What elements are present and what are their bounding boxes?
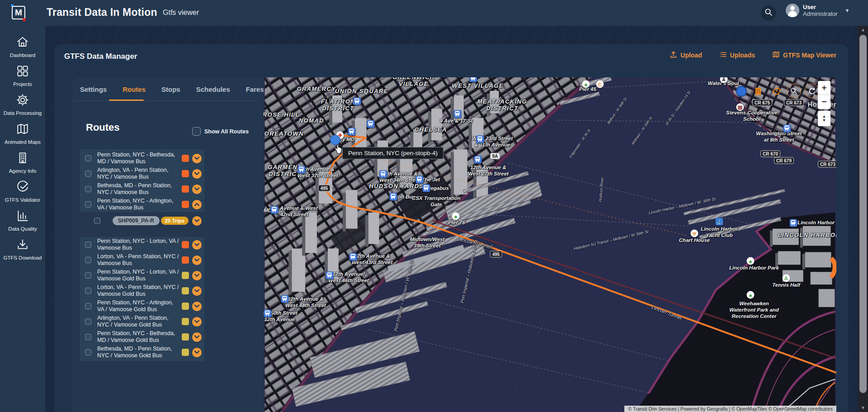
route-color-swatch [182, 272, 189, 279]
route-expand-button[interactable] [192, 240, 202, 250]
route-expand-button[interactable] [192, 169, 202, 179]
app-logo-icon[interactable]: M [11, 5, 28, 22]
route-color-swatch [182, 155, 189, 162]
route-row[interactable]: Arlington, VA - Penn Station, NYC / Vamo… [80, 166, 204, 181]
tilt-down-button[interactable]: ▼ [822, 118, 826, 123]
route-expand-button[interactable] [192, 185, 202, 194]
zoom-in-button[interactable]: + [818, 81, 830, 95]
shape-row[interactable]: SHP009_PA-R25 Trips [82, 214, 202, 227]
map-refresh-button[interactable] [805, 84, 819, 98]
grid-icon [16, 64, 29, 80]
route-checkbox[interactable] [85, 242, 91, 248]
layer-toggle-button[interactable] [736, 86, 747, 97]
uploads-button[interactable]: Uploads [719, 51, 755, 60]
zoom-out-button[interactable]: − [818, 95, 830, 109]
page-scrollbar[interactable]: ▲ ▼ [858, 26, 868, 412]
route-expand-button[interactable] [192, 302, 202, 311]
download-icon [16, 238, 29, 253]
route-row[interactable]: Penn Station, NYC - Lorton, VA / Vamoose… [80, 268, 204, 283]
map-icon [772, 51, 780, 60]
route-expand-button[interactable] [192, 332, 202, 342]
route-row[interactable]: Penn Station, NYC - Arlington, VA / Vamo… [80, 298, 204, 314]
route-checkbox[interactable] [85, 272, 91, 279]
route-color-swatch [182, 333, 189, 341]
tab-bar: Settings Routes Stops Schedules Fares [80, 85, 264, 98]
route-checkbox[interactable] [85, 257, 91, 263]
labels-toggle-icon[interactable] [772, 86, 782, 96]
route-checkbox[interactable] [85, 201, 91, 208]
sidebar-item-data-quality[interactable]: Data Quality [0, 206, 45, 235]
route-checkbox[interactable] [85, 155, 91, 161]
shape-expand-button[interactable] [192, 216, 202, 226]
routes-panel: Settings Routes Stops Schedules Fares Ro… [72, 77, 264, 412]
tab-schedules[interactable]: Schedules [196, 85, 230, 98]
route-expand-button[interactable] [192, 256, 202, 265]
tab-settings[interactable]: Settings [80, 85, 107, 98]
sidebar-item-animated-maps[interactable]: Animated Maps [0, 119, 45, 148]
route-row[interactable]: Penn Station, NYC - Lorton, VA / Vamoose… [80, 237, 204, 252]
route-color-swatch [182, 201, 189, 208]
route-expand-button[interactable] [192, 286, 202, 296]
upload-button[interactable]: Upload [670, 51, 702, 60]
route-checkbox[interactable] [85, 318, 91, 325]
search-button[interactable] [761, 5, 776, 21]
sidebar-item-agency-info[interactable]: Agency Info [0, 148, 45, 177]
sidebar-item-data-processing[interactable]: Data Processing [0, 90, 45, 119]
route-color-swatch [182, 185, 189, 193]
page-background: GTFS Data Manager Upload Uploads GTFS Ma… [45, 26, 857, 412]
route-row[interactable]: Penn Station, NYC - Bethesda, MD / Vamoo… [80, 329, 204, 345]
tab-fares[interactable]: Fares [246, 85, 264, 98]
route-expand-button[interactable] [192, 154, 202, 163]
route-row[interactable]: Penn Station, NYC - Arlington, VA / Vamo… [80, 197, 204, 212]
search-icon [764, 8, 773, 18]
shape-checkbox[interactable] [94, 218, 100, 224]
gtfs-map[interactable]: GRAMERCYUNION SQUAREGREENWICH VILLAGEWES… [264, 77, 836, 412]
route-expand-button[interactable] [192, 317, 202, 327]
user-role: Administrator [803, 10, 838, 17]
route-name: Bethesda, MD - Penn Station, NYC / Vamoo… [97, 182, 179, 196]
route-checkbox[interactable] [85, 186, 91, 192]
trips-count-badge: 25 Trips [161, 217, 189, 225]
sidebar-item-gtfs-download[interactable]: GTFS Download [0, 235, 45, 264]
map-terrain [264, 77, 836, 412]
user-menu[interactable]: User Administrator ▼ [786, 4, 849, 17]
route-checkbox[interactable] [85, 334, 91, 340]
route-name: Penn Station, NYC - Arlington, VA / Vamo… [97, 299, 179, 313]
sidebar-item-gtfs-validator[interactable]: GTFS Validator [0, 177, 45, 206]
route-row[interactable]: Bethesda, MD - Penn Station, NYC / Vamoo… [80, 345, 204, 360]
gtfs-data-manager-card: GTFS Data Manager Upload Uploads GTFS Ma… [54, 44, 848, 412]
tab-stops[interactable]: Stops [161, 85, 180, 98]
route-checkbox[interactable] [85, 170, 91, 177]
route-name: Penn Station, NYC - Bethesda, MD / Vamoo… [97, 330, 179, 344]
sidebar-nav: Dashboard Projects Data Processing Anima… [0, 26, 45, 412]
route-row[interactable]: Lorton, VA - Penn Station, NYC / Vamoose… [80, 252, 204, 268]
route-row[interactable]: Arlington, VA - Penn Station, NYC / Vamo… [80, 314, 204, 329]
zoom-control[interactable]: + − [818, 81, 830, 109]
route-checkbox[interactable] [85, 349, 91, 355]
route-list: Penn Station, NYC - Bethesda, MD / Vamoo… [80, 149, 204, 361]
scrollbar-thumb[interactable] [859, 35, 867, 393]
route-expand-button[interactable] [192, 200, 202, 209]
route-checkbox[interactable] [85, 288, 91, 294]
route-row[interactable]: Penn Station, NYC - Bethesda, MD / Vamoo… [80, 151, 204, 166]
scroll-down-arrow[interactable]: ▼ [858, 404, 868, 412]
tilt-control[interactable]: ▲ ▼ [818, 111, 830, 126]
route-name: Penn Station, NYC - Lorton, VA / Vamoose… [97, 238, 179, 252]
map-search-button[interactable] [787, 84, 801, 98]
scroll-up-arrow[interactable]: ▲ [858, 26, 868, 34]
sidebar-item-dashboard[interactable]: Dashboard [0, 32, 45, 61]
route-checkbox[interactable] [85, 303, 91, 309]
route-row[interactable]: Bethesda, MD - Penn Station, NYC / Vamoo… [80, 181, 204, 197]
route-expand-button[interactable] [192, 271, 202, 280]
gtfs-map-viewer-button[interactable]: GTFS Map Viewer [772, 51, 836, 60]
avatar [786, 4, 799, 17]
sidebar-item-projects[interactable]: Projects [0, 61, 45, 90]
show-all-routes-checkbox[interactable] [192, 127, 201, 136]
buildings-toggle-icon[interactable] [753, 86, 763, 96]
app-title: Transit Data In Motion [47, 6, 157, 19]
tab-divider [72, 100, 258, 101]
route-expand-button[interactable] [192, 348, 202, 357]
tab-routes[interactable]: Routes [123, 85, 146, 98]
route-row[interactable]: Lorton, VA - Penn Station, NYC / Vamoose… [80, 283, 204, 298]
route-name: Lorton, VA - Penn Station, NYC / Vamoose… [97, 253, 179, 267]
